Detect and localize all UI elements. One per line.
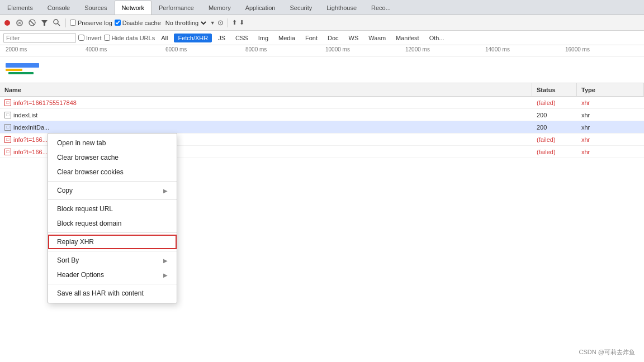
td-status-0: (failed) — [532, 97, 577, 108]
hide-data-urls-checkbox-label[interactable]: Hide data URLs — [104, 35, 155, 41]
ctx-copy[interactable]: Copy ▶ — [48, 183, 177, 198]
filter-ws-btn[interactable]: WS — [345, 34, 363, 42]
td-type-2: xhr — [577, 121, 644, 133]
filter-button[interactable] — [39, 18, 49, 28]
tab-application[interactable]: Application — [238, 1, 283, 15]
ctx-sep-5 — [48, 284, 177, 284]
th-status: Status — [532, 83, 577, 96]
filter-input[interactable] — [3, 33, 76, 43]
preserve-log-input[interactable] — [70, 20, 76, 26]
td-status-1: 200 — [532, 109, 577, 121]
th-type: Type — [577, 83, 644, 96]
wifi-icon: ⊙ — [217, 18, 224, 27]
waterfall-bar-2 — [8, 72, 34, 74]
tab-security[interactable]: Security — [282, 1, 319, 15]
ctx-block-url[interactable]: Block request URL — [48, 202, 177, 216]
tab-memory[interactable]: Memory — [201, 1, 238, 15]
ctx-sort-by[interactable]: Sort By ▶ — [48, 253, 177, 268]
row-error-icon-3: □ — [4, 136, 11, 143]
ctx-sort-by-arrow-icon: ▶ — [163, 258, 168, 264]
invert-checkbox[interactable] — [78, 35, 84, 41]
filter-other-btn[interactable]: Oth... — [425, 34, 448, 42]
ruler-mark-4: 10000 ms — [324, 46, 404, 56]
hide-data-urls-checkbox[interactable] — [104, 35, 110, 41]
hide-data-urls-label: Hide data URLs — [112, 35, 155, 41]
tab-bar: Elements Console Sources Network Perform… — [0, 0, 644, 15]
ruler-mark-2: 6000 ms — [164, 46, 244, 56]
ctx-clear-cache[interactable]: Clear browser cache — [48, 150, 177, 165]
ctx-save-har[interactable]: Save all as HAR with content — [48, 286, 177, 301]
ctx-clear-cookies-label: Clear browser cookies — [57, 168, 124, 176]
td-type-0: xhr — [577, 97, 644, 108]
ctx-block-domain[interactable]: Block request domain — [48, 216, 177, 231]
td-type-1: xhr — [577, 109, 644, 121]
svg-line-8 — [58, 23, 60, 26]
ruler-mark-0: 2000 ms — [4, 46, 84, 56]
tab-lighthouse[interactable]: Lighthouse — [319, 1, 364, 15]
invert-checkbox-label[interactable]: Invert — [78, 35, 102, 41]
filter-fetch-xhr-btn[interactable]: Fetch/XHR — [174, 34, 212, 42]
tab-sources[interactable]: Sources — [77, 1, 114, 15]
watermark: CSDN @可莉去炸鱼 — [579, 348, 635, 356]
filter-css-btn[interactable]: CSS — [231, 34, 252, 42]
ctx-copy-label: Copy — [57, 187, 73, 194]
ctx-block-url-label: Block request URL — [57, 205, 113, 213]
td-name-0: □ info?t=1661755517848 — [0, 97, 532, 108]
filter-font-btn[interactable]: Font — [301, 34, 321, 42]
svg-point-0 — [4, 20, 10, 26]
tab-console[interactable]: Console — [40, 1, 77, 15]
filter-img-btn[interactable]: Img — [254, 34, 272, 42]
filter-bar: Invert Hide data URLs All Fetch/XHR JS C… — [0, 31, 644, 45]
td-type-3: xhr — [577, 134, 644, 145]
ruler-mark-3: 8000 ms — [244, 46, 324, 56]
table-row[interactable]: □ indexInitDa... 200 xhr — [0, 121, 644, 134]
ctx-sep-2 — [48, 199, 177, 200]
table-row[interactable]: □ indexList 200 xhr — [0, 109, 644, 121]
ctx-block-domain-label: Block request domain — [57, 220, 121, 227]
record-button[interactable] — [2, 18, 12, 28]
ctx-open-new-tab-label: Open in new tab — [57, 139, 106, 147]
filter-media-btn[interactable]: Media — [274, 34, 299, 42]
invert-label: Invert — [86, 35, 102, 41]
waterfall-bar-1 — [6, 69, 22, 71]
table-row[interactable]: □ info?t=1661755517848 (failed) xhr — [0, 97, 644, 109]
filter-all-btn[interactable]: All — [157, 34, 172, 42]
ctx-open-new-tab[interactable]: Open in new tab — [48, 136, 177, 150]
filter-wasm-btn[interactable]: Wasm — [364, 34, 390, 42]
ctx-header-options[interactable]: Header Options ▶ — [48, 268, 177, 282]
tab-reco[interactable]: Reco... — [364, 1, 398, 15]
td-status-4: (failed) — [532, 146, 577, 158]
ctx-header-options-arrow-icon: ▶ — [163, 272, 168, 278]
filter-manifest-btn[interactable]: Manifest — [392, 34, 423, 42]
filter-js-btn[interactable]: JS — [214, 34, 229, 42]
filter-doc-btn[interactable]: Doc — [324, 34, 343, 42]
upload-icon: ⬆ — [232, 19, 237, 26]
table-header: Name Status Type — [0, 83, 644, 97]
tab-elements[interactable]: Elements — [0, 1, 40, 15]
td-status-3: (failed) — [532, 134, 577, 145]
ctx-sep-1 — [48, 181, 177, 182]
ctx-clear-cache-label: Clear browser cache — [57, 154, 119, 161]
search-button[interactable] — [51, 18, 61, 28]
ctx-replay-xhr[interactable]: Replay XHR — [48, 235, 177, 249]
svg-point-7 — [54, 20, 58, 24]
ctx-copy-arrow-icon: ▶ — [163, 188, 168, 194]
disable-cache-checkbox[interactable]: Disable cache — [115, 20, 161, 26]
tab-network[interactable]: Network — [115, 1, 151, 15]
ctx-save-har-label: Save all as HAR with content — [57, 289, 144, 297]
disable-cache-input[interactable] — [115, 20, 121, 26]
td-name-1: □ indexList — [0, 109, 532, 121]
tab-performance[interactable]: Performance — [151, 1, 201, 15]
throttle-select[interactable]: No throttling Slow 3G Fast 3G — [163, 19, 208, 27]
clear-button[interactable] — [27, 18, 37, 28]
ctx-replay-xhr-label: Replay XHR — [57, 238, 94, 246]
context-menu: Open in new tab Clear browser cache Clea… — [48, 133, 177, 303]
ctx-clear-cookies[interactable]: Clear browser cookies — [48, 165, 177, 179]
td-status-2: 200 — [532, 121, 577, 133]
ctx-sep-3 — [48, 232, 177, 233]
preserve-log-checkbox[interactable]: Preserve log — [70, 20, 112, 26]
stop-button[interactable] — [15, 18, 25, 28]
th-name: Name — [0, 83, 532, 96]
timeline-ruler: 2000 ms 4000 ms 6000 ms 8000 ms 10000 ms… — [0, 45, 644, 56]
svg-marker-6 — [41, 20, 48, 26]
